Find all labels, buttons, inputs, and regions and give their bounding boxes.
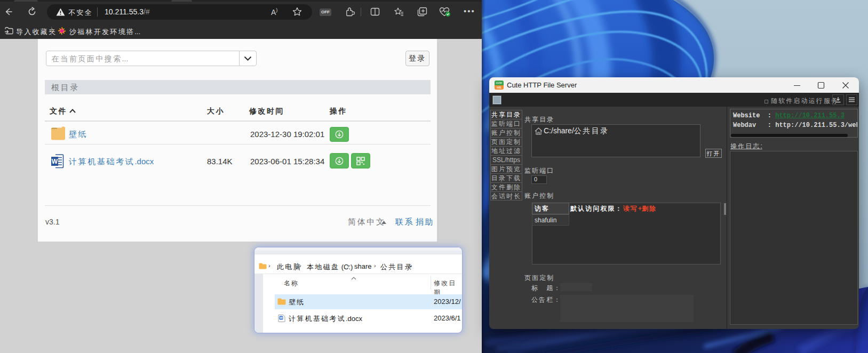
svg-text:W: W [280,316,283,319]
svg-text:W: W [52,158,58,165]
